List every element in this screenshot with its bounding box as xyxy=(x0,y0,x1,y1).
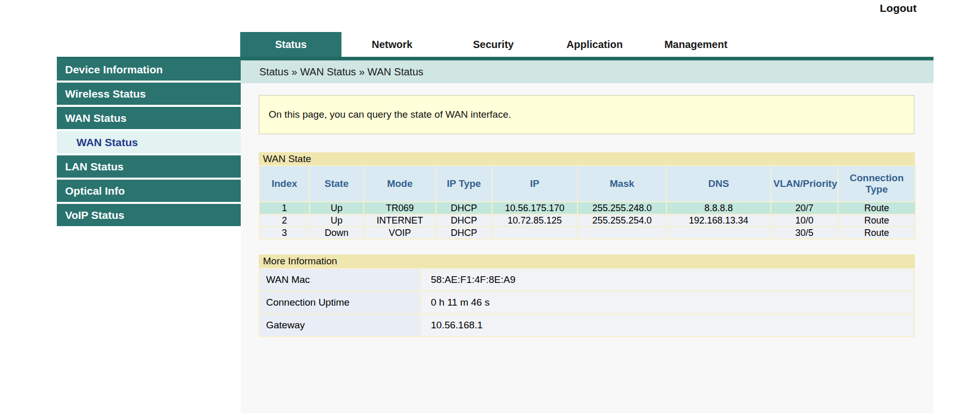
list-item: Connection Uptime 0 h 11 m 46 s xyxy=(259,291,914,314)
col-header-mask: Mask xyxy=(578,166,666,202)
col-header-vlan-priority: VLAN/Priority xyxy=(771,166,838,202)
cell-mask: 255.255.254.0 xyxy=(578,214,666,227)
cell-ip-type: DHCP xyxy=(436,202,492,214)
col-header-dns: DNS xyxy=(666,166,771,202)
sidebar-item-voip-status[interactable]: VoIP Status xyxy=(57,204,241,226)
wan-state-title: WAN State xyxy=(259,152,915,165)
cell-state: Down xyxy=(309,227,364,239)
cell-ip: 10.56.175.170 xyxy=(492,202,578,214)
cell-index: 1 xyxy=(259,202,309,214)
breadcrumb: Status » WAN Status » WAN Status xyxy=(241,60,934,83)
sidebar-nav: Device Information Wireless Status WAN S… xyxy=(57,58,241,228)
list-item: WAN Mac 58:AE:F1:4F:8E:A9 xyxy=(259,268,914,291)
cell-index: 2 xyxy=(259,214,309,227)
table-header-row: Index State Mode IP Type IP Mask DNS VLA… xyxy=(259,166,915,202)
col-header-connection-type: Connection Type xyxy=(838,166,915,202)
gateway-value: 10.56.168.1 xyxy=(420,314,914,337)
tab-status[interactable]: Status xyxy=(240,32,341,57)
logout-link[interactable]: Logout xyxy=(880,2,916,14)
wan-state-section: WAN State Index State Mode IP Type IP Ma… xyxy=(259,152,915,240)
connection-uptime-value: 0 h 11 m 46 s xyxy=(420,291,914,314)
cell-mode: TR069 xyxy=(364,202,436,214)
tab-management[interactable]: Management xyxy=(645,32,746,57)
connection-uptime-label: Connection Uptime xyxy=(259,291,420,314)
cell-state: Up xyxy=(309,214,364,227)
cell-connection-type: Route xyxy=(838,202,915,214)
sidebar-item-device-information[interactable]: Device Information xyxy=(57,58,241,81)
wan-mac-label: WAN Mac xyxy=(259,268,420,291)
cell-state: Up xyxy=(309,202,364,214)
cell-connection-type: Route xyxy=(838,214,915,227)
wan-mac-value: 58:AE:F1:4F:8E:A9 xyxy=(420,268,914,291)
cell-mask: 255.255.248.0 xyxy=(578,202,666,214)
sidebar-item-lan-status[interactable]: LAN Status xyxy=(57,155,241,178)
top-nav-tabbar: Status Network Security Application Mana… xyxy=(240,32,934,57)
cell-ip-type: DHCP xyxy=(436,227,492,239)
sidebar-item-wan-status[interactable]: WAN Status xyxy=(57,107,241,129)
cell-index: 3 xyxy=(259,227,309,239)
tab-security[interactable]: Security xyxy=(443,32,544,57)
tab-network[interactable]: Network xyxy=(341,32,443,57)
cell-mask xyxy=(578,227,666,239)
col-header-state: State xyxy=(309,166,364,202)
list-item: Gateway 10.56.168.1 xyxy=(259,314,914,337)
col-header-ip: IP xyxy=(492,166,578,202)
tab-application[interactable]: Application xyxy=(544,32,645,57)
cell-vlan-priority: 20/7 xyxy=(771,202,838,214)
cell-ip: 10.72.85.125 xyxy=(492,214,578,227)
more-information-table: WAN Mac 58:AE:F1:4F:8E:A9 Connection Upt… xyxy=(259,268,915,337)
cell-vlan-priority: 10/0 xyxy=(771,214,838,227)
page-description-text: On this page, you can query the state of… xyxy=(269,109,511,120)
page-description-note: On this page, you can query the state of… xyxy=(259,95,914,134)
table-row[interactable]: 3 Down VOIP DHCP 30/5 Route xyxy=(259,227,915,239)
cell-dns xyxy=(666,227,771,239)
col-header-ip-type: IP Type xyxy=(436,166,492,202)
cell-ip-type: DHCP xyxy=(436,214,492,227)
col-header-mode: Mode xyxy=(364,166,436,202)
gateway-label: Gateway xyxy=(259,314,420,337)
cell-dns: 8.8.8.8 xyxy=(666,202,771,214)
sidebar-item-optical-info[interactable]: Optical Info xyxy=(57,180,241,202)
cell-ip xyxy=(492,227,578,239)
col-header-index: Index xyxy=(259,166,309,202)
cell-mode: INTERNET xyxy=(364,214,436,227)
cell-vlan-priority: 30/5 xyxy=(771,227,838,239)
table-row[interactable]: 2 Up INTERNET DHCP 10.72.85.125 255.255.… xyxy=(259,214,915,227)
cell-dns: 192.168.13.34 xyxy=(666,214,771,227)
more-information-title: More Information xyxy=(259,255,915,268)
more-information-section: More Information WAN Mac 58:AE:F1:4F:8E:… xyxy=(259,255,915,337)
cell-connection-type: Route xyxy=(838,227,915,239)
sidebar-subitem-wan-status[interactable]: WAN Status xyxy=(57,131,241,153)
sidebar-item-wireless-status[interactable]: Wireless Status xyxy=(57,83,241,105)
wan-state-table: Index State Mode IP Type IP Mask DNS VLA… xyxy=(259,165,916,240)
table-row[interactable]: 1 Up TR069 DHCP 10.56.175.170 255.255.24… xyxy=(259,202,915,214)
cell-mode: VOIP xyxy=(364,227,436,239)
